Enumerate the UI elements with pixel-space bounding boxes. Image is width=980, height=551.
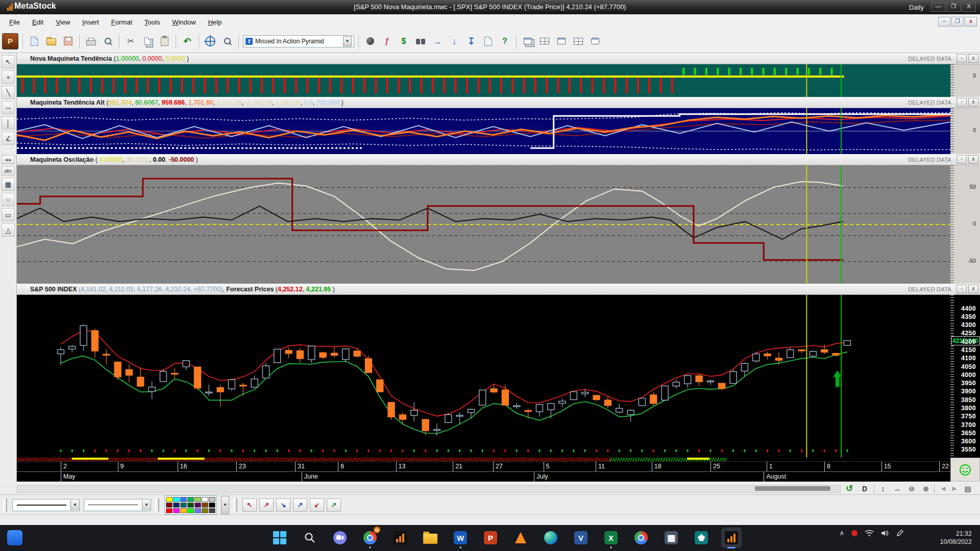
palette-color[interactable] [202,503,208,508]
tendencia-chart[interactable] [17,64,950,97]
zoom-tool-icon[interactable] [220,34,234,48]
taskbar-calculator-icon[interactable]: ▦ [661,528,681,548]
panel-header-maquineta-tendencia-alt[interactable]: Maquineta Tendência Alt (681.304, 60.606… [17,97,980,108]
taskbar-metastock-icon[interactable] [390,528,410,548]
vertical-line-tool[interactable]: │ [2,116,15,130]
text-tool[interactable]: abc [2,166,15,176]
price-chart[interactable] [17,295,950,458]
save-icon[interactable] [61,34,75,48]
scrollbar-thumb[interactable] [755,486,830,491]
horizontal-line-tool[interactable]: ─ [2,101,15,114]
palette-color[interactable] [173,508,180,513]
palette-color[interactable] [173,503,180,508]
palette-color[interactable] [166,508,173,513]
taskbar-edge-icon[interactable] [541,528,561,548]
taskbar-start-icon[interactable] [270,528,290,548]
print-icon[interactable] [84,34,98,48]
zoom-in-button[interactable]: ⊕ [920,483,932,494]
indicator-builder-icon[interactable]: ƒ [380,34,394,48]
paste-icon[interactable] [157,34,172,48]
download-icon[interactable]: ↓ [447,34,461,48]
palette-color[interactable] [194,508,201,513]
zoom-preset-4[interactable]: ↗ [293,498,307,512]
grid-tool[interactable]: ▦ [2,178,15,191]
menu-item-view[interactable]: View [51,16,75,28]
palette-color[interactable] [194,497,201,502]
report-icon[interactable] [481,34,495,48]
palette-color[interactable] [209,508,215,513]
new-chart-icon[interactable] [27,34,41,48]
panel-restore-button[interactable]: ▫ [957,54,967,63]
rectangle-tool[interactable]: ▭ [2,208,15,221]
toolbar-dock-handle[interactable] [233,498,237,512]
panel-header-nova-maquineta-tendencia[interactable]: Nova Maquineta Tendência (1.00000, 0.000… [17,53,980,64]
chevron-down-icon[interactable]: ▼ [142,500,151,510]
date-axis-days[interactable]: 2916233161321275111825181522 [17,461,950,472]
tendencia-alt-chart[interactable] [17,108,950,154]
scroll-left-right[interactable]: ◂ ▸ [2,155,15,164]
toolbar-dock-handle[interactable] [3,498,7,512]
panel-close-button[interactable]: x [968,285,978,293]
commit-data-icon[interactable]: ↧ [464,34,478,48]
chevron-down-icon[interactable]: ▼ [70,500,79,510]
panel-close-button[interactable]: x [968,54,978,63]
ellipse-tool[interactable]: ○ [2,193,15,206]
taskbar-visio-icon[interactable]: V [571,528,591,548]
zoom-out-button[interactable]: ⊖ [905,483,918,494]
open-icon[interactable] [44,34,58,48]
copy-icon[interactable] [140,34,155,48]
zoom-forward-button[interactable]: ▶ [948,483,961,494]
taskbar-search-icon[interactable] [300,528,320,548]
close-button[interactable]: X [962,2,976,12]
cut-icon[interactable]: ✂ [124,34,138,48]
explorer-globe-icon[interactable] [363,34,377,48]
menu-item-edit[interactable]: Edit [27,16,48,28]
panel-close-button[interactable]: x [968,98,978,107]
palette-dropdown-icon[interactable]: ▼ [221,496,229,514]
palette-color[interactable] [202,497,208,502]
taskbar-powerpoint-icon[interactable]: P [480,528,501,548]
crosshair-pointer-icon[interactable] [203,34,217,48]
pan-button[interactable]: ↔ [891,483,903,494]
taskbar-vlc-icon[interactable] [510,528,531,548]
layout-settings-icon[interactable] [588,34,602,48]
explorer-binoculars-icon[interactable] [413,34,428,48]
periodicity-daily-button[interactable]: D [859,483,871,494]
child-minimize-button[interactable]: ─ [938,17,950,27]
palette-color[interactable] [180,508,187,513]
smiley-status-cell[interactable] [950,458,980,482]
undo-icon[interactable]: ↶ [180,34,194,48]
taskbar-chat-icon[interactable] [330,528,350,548]
panel-restore-button[interactable]: ▫ [957,155,967,164]
zoom-preset-6[interactable]: ↗ [327,498,341,512]
menu-item-format[interactable]: Format [106,16,137,28]
horizontal-scrollbar[interactable] [17,485,841,493]
tray-chevron-icon[interactable]: ∧ [839,529,844,537]
triangle-tool[interactable]: △ [2,223,15,237]
volume-icon[interactable] [881,530,889,537]
pen-icon[interactable] [896,530,903,537]
zoom-preset-5[interactable]: ↙ [310,498,324,512]
chevron-down-icon[interactable]: ▼ [343,36,352,46]
oscilacao-chart[interactable] [17,165,950,284]
chart-options-button[interactable]: ▤ [962,483,974,494]
palette-color[interactable] [166,497,173,502]
child-close-button[interactable]: x [965,17,977,27]
palette-color[interactable] [202,508,208,513]
date-axis-months[interactable]: MayJuneJulyAugust [17,471,950,482]
toolbar-dock-handle[interactable] [155,498,159,512]
palette-color[interactable] [173,497,180,502]
pointer-tool[interactable]: ↖ [2,55,15,68]
panel-restore-button[interactable]: ▫ [957,285,967,293]
minimize-button[interactable]: — [931,2,945,12]
cascade-windows-icon[interactable] [521,34,535,48]
child-restore-button[interactable]: ❐ [951,17,964,27]
line-style-dropdown[interactable]: ▼ [12,499,80,511]
color-palette[interactable] [164,495,217,515]
panel-restore-button[interactable]: ▫ [957,98,967,107]
zoom-back-button[interactable]: ◀ [937,483,949,494]
trendline-tool[interactable]: ╲ [2,86,15,99]
menu-item-tools[interactable]: Tools [139,16,165,28]
system-tester-icon[interactable]: $ [397,34,411,48]
palette-color[interactable] [166,503,173,508]
